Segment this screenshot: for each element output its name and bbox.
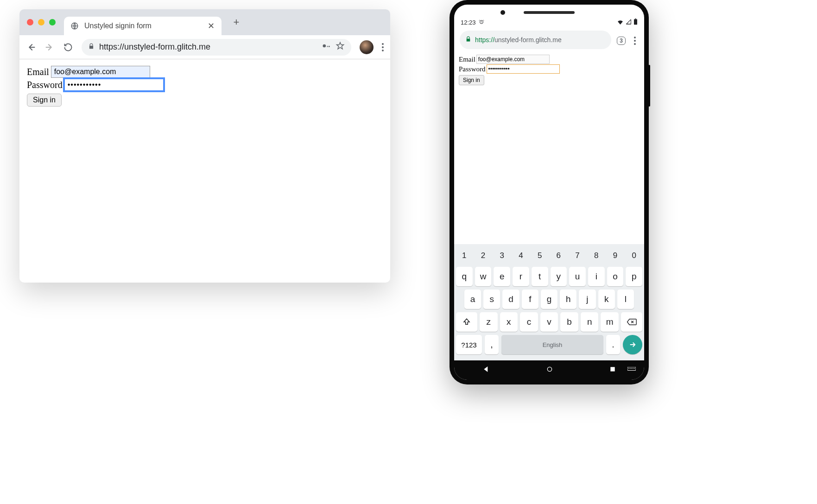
- email-input[interactable]: [476, 55, 550, 64]
- key-r[interactable]: r: [513, 267, 529, 286]
- nav-recents-button[interactable]: [609, 366, 616, 374]
- signin-button[interactable]: Sign in: [27, 94, 62, 107]
- key-2[interactable]: 2: [475, 248, 492, 264]
- key-l[interactable]: l: [617, 290, 634, 309]
- enter-key[interactable]: [623, 335, 642, 354]
- close-tab-icon[interactable]: ✕: [207, 21, 215, 31]
- password-input[interactable]: [64, 79, 164, 91]
- key-4[interactable]: 4: [513, 248, 529, 264]
- phone-screen: 12:23: [454, 5, 644, 380]
- key-m[interactable]: m: [601, 312, 619, 332]
- mobile-address-bar[interactable]: https://unstyled-form.glitch.me: [460, 31, 611, 49]
- lock-icon: [88, 42, 95, 52]
- maximize-window-button[interactable]: [49, 19, 56, 25]
- svg-rect-6: [611, 367, 615, 371]
- key-9[interactable]: 9: [607, 248, 624, 264]
- phone-camera: [500, 10, 505, 15]
- mobile-menu-button[interactable]: [634, 37, 636, 45]
- lock-icon: [465, 36, 471, 44]
- key-w[interactable]: w: [475, 267, 492, 286]
- comma-key[interactable]: ,: [485, 335, 499, 354]
- key-z[interactable]: z: [480, 312, 498, 332]
- spacebar-key[interactable]: English: [501, 335, 603, 354]
- key-e[interactable]: e: [494, 267, 510, 286]
- key-i[interactable]: i: [588, 267, 605, 286]
- bookmark-star-icon[interactable]: [336, 41, 345, 53]
- backspace-key[interactable]: [621, 312, 642, 332]
- keyboard-row-1: qwertyuiop: [456, 267, 642, 286]
- key-j[interactable]: j: [579, 290, 595, 309]
- svg-point-1: [323, 44, 326, 48]
- key-b[interactable]: b: [560, 312, 578, 332]
- status-time: 12:23: [461, 19, 476, 26]
- forward-button[interactable]: [44, 42, 55, 52]
- key-n[interactable]: n: [581, 312, 599, 332]
- key-y[interactable]: y: [551, 267, 567, 286]
- shift-key[interactable]: [456, 312, 477, 332]
- minimize-window-button[interactable]: [38, 19, 44, 25]
- svg-rect-9: [630, 368, 631, 369]
- signin-button[interactable]: Sign in: [459, 75, 484, 85]
- password-input[interactable]: [487, 64, 560, 74]
- globe-icon: [70, 22, 79, 30]
- key-3[interactable]: 3: [494, 248, 510, 264]
- phone-device-frame: 12:23: [450, 0, 649, 384]
- browser-toolbar: https://unstyled-form.glitch.me: [19, 35, 390, 59]
- email-input[interactable]: [51, 66, 150, 78]
- keyboard-collapse-icon[interactable]: [627, 366, 636, 374]
- key-q[interactable]: q: [456, 267, 473, 286]
- browser-tab[interactable]: Unstyled signin form ✕: [64, 17, 222, 35]
- symbols-key[interactable]: ?123: [456, 335, 482, 354]
- tab-strip: Unstyled signin form ✕ +: [19, 9, 390, 35]
- key-o[interactable]: o: [607, 267, 624, 286]
- key-5[interactable]: 5: [532, 248, 548, 264]
- mobile-url-text: https://unstyled-form.glitch.me: [475, 36, 562, 44]
- nav-back-button[interactable]: [482, 365, 490, 375]
- svg-rect-12: [634, 368, 635, 369]
- key-icon[interactable]: [322, 41, 331, 53]
- key-s[interactable]: s: [483, 290, 500, 309]
- key-p[interactable]: p: [626, 267, 642, 286]
- key-7[interactable]: 7: [569, 248, 586, 264]
- key-h[interactable]: h: [560, 290, 576, 309]
- tab-count-badge[interactable]: 3: [617, 37, 626, 45]
- key-d[interactable]: d: [502, 290, 519, 309]
- reload-button[interactable]: [63, 42, 73, 52]
- tab-title: Unstyled signin form: [84, 22, 201, 30]
- wifi-icon: [617, 19, 624, 26]
- profile-avatar[interactable]: [360, 40, 374, 54]
- page-content: Email Password Sign in: [19, 59, 390, 113]
- signal-icon: [626, 19, 632, 26]
- key-x[interactable]: x: [500, 312, 518, 332]
- mobile-page-content: Email Password Sign in: [454, 53, 644, 244]
- url-text: https://unstyled-form.glitch.me: [99, 42, 317, 52]
- keyboard-row-3: zxcvbnm: [456, 312, 642, 332]
- key-c[interactable]: c: [520, 312, 538, 332]
- key-8[interactable]: 8: [588, 248, 605, 264]
- key-6[interactable]: 6: [551, 248, 567, 264]
- window-controls: [27, 19, 56, 25]
- browser-menu-button[interactable]: [382, 43, 384, 51]
- key-v[interactable]: v: [540, 312, 558, 332]
- android-nav-bar: [454, 360, 644, 380]
- period-key[interactable]: .: [606, 335, 620, 354]
- address-bar[interactable]: https://unstyled-form.glitch.me: [82, 39, 351, 56]
- key-1[interactable]: 1: [456, 248, 473, 264]
- svg-rect-8: [628, 368, 629, 369]
- svg-rect-10: [631, 368, 632, 369]
- soft-keyboard: 1234567890 qwertyuiop asdfghjkl zxcvbnm …: [454, 244, 644, 360]
- phone-power-button: [648, 65, 650, 107]
- key-0[interactable]: 0: [626, 248, 642, 264]
- close-window-button[interactable]: [27, 19, 33, 25]
- back-button[interactable]: [26, 42, 36, 52]
- key-f[interactable]: f: [522, 290, 538, 309]
- phone-speaker: [524, 11, 575, 14]
- key-u[interactable]: u: [569, 267, 586, 286]
- keyboard-number-row: 1234567890: [456, 248, 642, 264]
- key-k[interactable]: k: [598, 290, 615, 309]
- key-t[interactable]: t: [532, 267, 548, 286]
- nav-home-button[interactable]: [546, 365, 553, 375]
- key-a[interactable]: a: [464, 290, 481, 309]
- new-tab-button[interactable]: +: [231, 17, 242, 28]
- key-g[interactable]: g: [541, 290, 557, 309]
